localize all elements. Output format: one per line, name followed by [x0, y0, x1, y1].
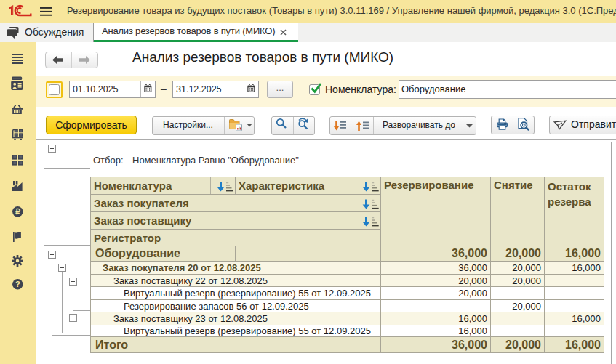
svg-text:?: ?: [15, 280, 20, 288]
svg-text:₽: ₽: [15, 207, 20, 216]
